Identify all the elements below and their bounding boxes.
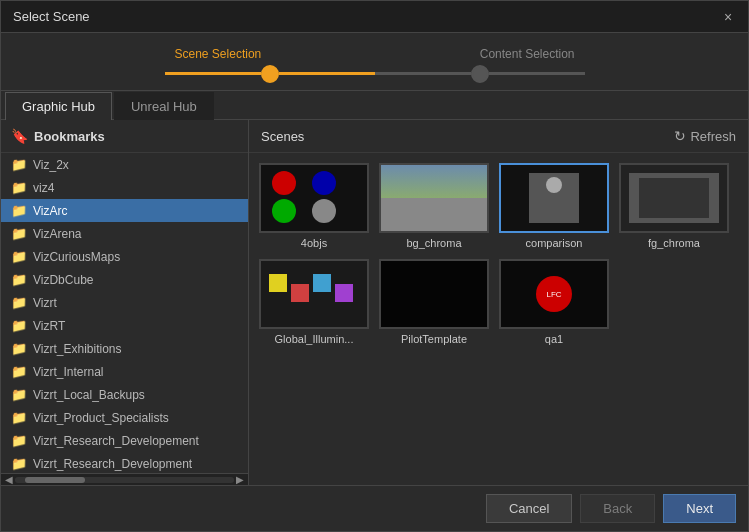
scene-canvas bbox=[379, 259, 489, 329]
list-item[interactable]: qa1 bbox=[499, 259, 609, 345]
folder-name: Viz_2x bbox=[33, 158, 69, 172]
list-item[interactable]: 📁viz4 bbox=[1, 176, 248, 199]
scene-canvas bbox=[379, 163, 489, 233]
folder-name: Vizrt_Research_Development bbox=[33, 457, 192, 471]
list-item[interactable]: 📁Vizrt_Product_Specialists bbox=[1, 406, 248, 429]
scenes-grid: 4objsbg_chromacomparisonfg_chromaGlobal_… bbox=[249, 153, 748, 355]
bookmarks-icon: 🔖 bbox=[11, 128, 28, 144]
scene-canvas bbox=[499, 163, 609, 233]
scene-canvas bbox=[499, 259, 609, 329]
scene-label: PilotTemplate bbox=[401, 333, 467, 345]
tab-graphic-hub[interactable]: Graphic Hub bbox=[5, 92, 112, 120]
step2-label: Content Selection bbox=[480, 47, 575, 61]
list-item[interactable]: 📁VizDbCube bbox=[1, 268, 248, 291]
scroll-left-arrow[interactable]: ◀ bbox=[5, 474, 13, 485]
scene-label: qa1 bbox=[545, 333, 563, 345]
list-item[interactable]: 📁VizCuriousMaps bbox=[1, 245, 248, 268]
scene-thumbnail bbox=[499, 163, 609, 233]
step1-label: Scene Selection bbox=[175, 47, 262, 61]
folder-icon: 📁 bbox=[11, 364, 27, 379]
folder-name: Vizrt_Internal bbox=[33, 365, 103, 379]
list-item[interactable]: bg_chroma bbox=[379, 163, 489, 249]
wizard-track bbox=[165, 65, 585, 83]
scenes-header: Scenes ↻ Refresh bbox=[249, 120, 748, 153]
folder-name: Vizrt_Product_Specialists bbox=[33, 411, 169, 425]
scene-thumbnail bbox=[379, 259, 489, 329]
list-item[interactable]: 📁Vizrt bbox=[1, 291, 248, 314]
title-bar: Select Scene × bbox=[1, 1, 748, 33]
list-item[interactable]: 4objs bbox=[259, 163, 369, 249]
list-item[interactable]: 📁Vizrt_Internal bbox=[1, 360, 248, 383]
folder-icon: 📁 bbox=[11, 410, 27, 425]
list-item[interactable]: 📁Vizrt_Exhibitions bbox=[1, 337, 248, 360]
folder-icon: 📁 bbox=[11, 295, 27, 310]
select-scene-dialog: Select Scene × Scene Selection Content S… bbox=[0, 0, 749, 532]
sidebar-hscroll[interactable]: ◀ ▶ bbox=[1, 473, 248, 485]
wizard-line-left bbox=[165, 72, 261, 75]
wizard-dot-step1 bbox=[261, 65, 279, 83]
folder-name: Vizrt_Local_Backups bbox=[33, 388, 145, 402]
main-content: 🔖 Bookmarks 📁Viz_2x📁viz4📁VizArc📁VizArena… bbox=[1, 120, 748, 485]
bottom-bar: Cancel Back Next bbox=[1, 485, 748, 531]
wizard-line-mid-right bbox=[375, 72, 471, 75]
list-item[interactable]: 📁Vizrt_Research_Developement bbox=[1, 429, 248, 452]
list-item[interactable]: comparison bbox=[499, 163, 609, 249]
list-item[interactable]: 📁Viz_2x bbox=[1, 153, 248, 176]
scene-label: fg_chroma bbox=[648, 237, 700, 249]
folder-list[interactable]: 📁Viz_2x📁viz4📁VizArc📁VizArena📁VizCuriousM… bbox=[1, 153, 248, 473]
folder-icon: 📁 bbox=[11, 180, 27, 195]
tabs-bar: Graphic Hub Unreal Hub bbox=[1, 91, 748, 120]
list-item[interactable]: 📁VizRT bbox=[1, 314, 248, 337]
folder-name: VizDbCube bbox=[33, 273, 93, 287]
list-item[interactable]: 📁Vizrt_Research_Development bbox=[1, 452, 248, 473]
folder-name: VizArena bbox=[33, 227, 81, 241]
list-item[interactable]: 📁VizArc bbox=[1, 199, 248, 222]
refresh-label: Refresh bbox=[690, 129, 736, 144]
folder-icon: 📁 bbox=[11, 456, 27, 471]
folder-icon: 📁 bbox=[11, 226, 27, 241]
next-button[interactable]: Next bbox=[663, 494, 736, 523]
scene-thumbnail bbox=[619, 163, 729, 233]
wizard-line-right bbox=[489, 72, 585, 75]
list-item[interactable]: Global_Illumin... bbox=[259, 259, 369, 345]
tab-unreal-hub[interactable]: Unreal Hub bbox=[114, 92, 214, 120]
folder-name: VizRT bbox=[33, 319, 65, 333]
cancel-button[interactable]: Cancel bbox=[486, 494, 572, 523]
scene-label: comparison bbox=[526, 237, 583, 249]
folder-name: Vizrt_Exhibitions bbox=[33, 342, 122, 356]
scene-label: bg_chroma bbox=[406, 237, 461, 249]
refresh-icon: ↻ bbox=[674, 128, 686, 144]
back-button[interactable]: Back bbox=[580, 494, 655, 523]
folder-icon: 📁 bbox=[11, 341, 27, 356]
list-item[interactable]: fg_chroma bbox=[619, 163, 729, 249]
sidebar: 🔖 Bookmarks 📁Viz_2x📁viz4📁VizArc📁VizArena… bbox=[1, 120, 249, 485]
scroll-right-arrow[interactable]: ▶ bbox=[236, 474, 244, 485]
close-button[interactable]: × bbox=[720, 9, 736, 25]
folder-name: viz4 bbox=[33, 181, 54, 195]
scene-thumbnail bbox=[259, 163, 369, 233]
folder-icon: 📁 bbox=[11, 272, 27, 287]
scenes-panel: Scenes ↻ Refresh 4objsbg_chromacompariso… bbox=[249, 120, 748, 485]
scene-label: Global_Illumin... bbox=[275, 333, 354, 345]
scene-thumbnail bbox=[499, 259, 609, 329]
list-item[interactable]: 📁VizArena bbox=[1, 222, 248, 245]
scene-thumbnail bbox=[379, 163, 489, 233]
wizard-bar: Scene Selection Content Selection bbox=[1, 33, 748, 91]
list-item[interactable]: 📁Vizrt_Local_Backups bbox=[1, 383, 248, 406]
hscroll-track[interactable] bbox=[15, 477, 234, 483]
bookmarks-label: Bookmarks bbox=[34, 129, 105, 144]
scene-thumbnail bbox=[259, 259, 369, 329]
dialog-title: Select Scene bbox=[13, 9, 90, 24]
folder-name: VizCuriousMaps bbox=[33, 250, 120, 264]
folder-icon: 📁 bbox=[11, 433, 27, 448]
folder-name: VizArc bbox=[33, 204, 67, 218]
scene-canvas bbox=[619, 163, 729, 233]
folder-icon: 📁 bbox=[11, 249, 27, 264]
list-item[interactable]: PilotTemplate bbox=[379, 259, 489, 345]
wizard-dot-step2 bbox=[471, 65, 489, 83]
folder-icon: 📁 bbox=[11, 157, 27, 172]
step-labels-row: Scene Selection Content Selection bbox=[165, 47, 585, 61]
hscroll-thumb[interactable] bbox=[25, 477, 85, 483]
refresh-button[interactable]: ↻ Refresh bbox=[674, 128, 736, 144]
bookmarks-header: 🔖 Bookmarks bbox=[1, 120, 248, 153]
